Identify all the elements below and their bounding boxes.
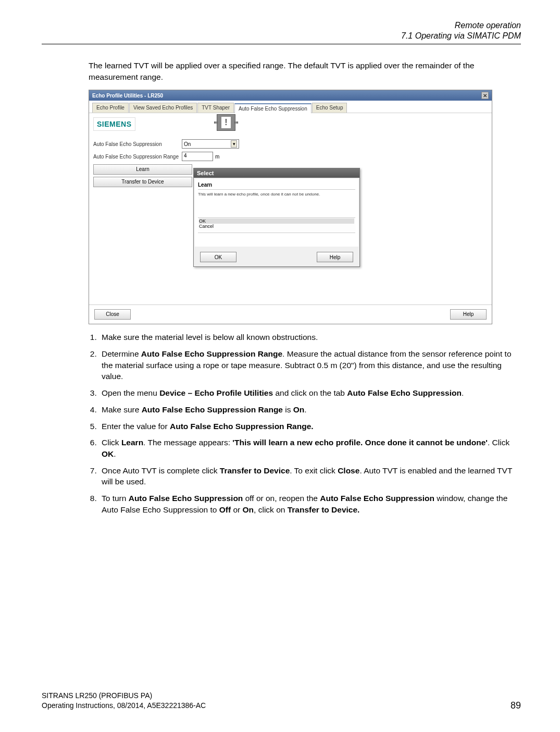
- dialog-options: OK Cancel: [198, 217, 355, 233]
- echo-profile-window: Echo Profile Utilities - LR250 ✕ Echo Pr…: [89, 90, 492, 324]
- afes-value: On: [184, 141, 191, 147]
- dialog-option-ok[interactable]: OK: [199, 218, 354, 224]
- learn-button[interactable]: Learn: [93, 164, 192, 175]
- header-divider: [42, 44, 521, 44]
- tab-echo-profile[interactable]: Echo Profile: [92, 103, 129, 113]
- page-number: 89: [511, 700, 521, 711]
- window-footer: Close Help: [89, 304, 492, 324]
- step-3: Open the menu Device – Echo Profile Util…: [99, 387, 521, 399]
- dialog-button-row: OK Help: [194, 248, 359, 266]
- dialog-option-cancel[interactable]: Cancel: [199, 224, 354, 229]
- select-dialog: Select Learn This will learn a new echo …: [193, 168, 360, 267]
- footer-help-button[interactable]: Help: [450, 309, 487, 320]
- footer-close-button[interactable]: Close: [94, 309, 131, 320]
- afes-dropdown[interactable]: On ▾: [182, 139, 239, 149]
- page-footer: SITRANS LR250 (PROFIBUS PA) Operating In…: [42, 691, 521, 711]
- dialog-subtitle: Learn: [198, 182, 355, 190]
- chevron-down-icon[interactable]: ▾: [231, 140, 237, 148]
- footer-line2: Operating Instructions, 08/2014, A5E3222…: [42, 701, 206, 711]
- siemens-logo: SIEMENS: [93, 117, 135, 131]
- range-unit: m: [215, 154, 219, 160]
- warning-icon: !: [217, 114, 235, 131]
- range-label: Auto False Echo Suppression Range: [93, 154, 182, 160]
- dialog-message: This will learn a new echo profile, once…: [198, 190, 355, 197]
- dialog-ok-button[interactable]: OK: [200, 252, 237, 262]
- step-6: Click Learn. The message appears: 'This …: [99, 437, 521, 459]
- header-subtitle: 7.1 Operating via SIMATIC PDM: [42, 31, 521, 41]
- step-4: Make sure Auto False Echo Suppression Ra…: [99, 404, 521, 416]
- header-title: Remote operation: [42, 21, 521, 30]
- tab-afes[interactable]: Auto False Echo Suppression: [234, 103, 312, 113]
- footer-line1: SITRANS LR250 (PROFIBUS PA): [42, 691, 206, 701]
- window-title-bar: Echo Profile Utilities - LR250 ✕: [89, 90, 492, 101]
- window-body: SIEMENS ! Auto False Echo Suppression On…: [89, 113, 492, 304]
- range-input[interactable]: 4: [182, 152, 213, 161]
- tabs-row: Echo Profile View Saved Echo Profiles TV…: [89, 101, 492, 113]
- afes-label: Auto False Echo Suppression: [93, 141, 182, 147]
- tab-tvt-shaper[interactable]: TVT Shaper: [197, 103, 234, 113]
- step-7: Once Auto TVT is complete click Transfer…: [99, 465, 521, 487]
- intro-paragraph: The learned TVT will be applied over a s…: [89, 60, 521, 82]
- tab-view-saved[interactable]: View Saved Echo Profiles: [129, 103, 197, 113]
- dialog-body: Learn This will learn a new echo profile…: [195, 179, 358, 247]
- step-5: Enter the value for Auto False Echo Supp…: [99, 421, 521, 432]
- dialog-title: Select: [194, 168, 359, 178]
- step-8: To turn Auto False Echo Suppression off …: [99, 493, 521, 515]
- close-icon[interactable]: ✕: [481, 92, 489, 99]
- step-1: Make sure the material level is below al…: [99, 332, 521, 343]
- tab-echo-setup[interactable]: Echo Setup: [312, 103, 347, 113]
- transfer-button[interactable]: Transfer to Device: [93, 177, 192, 187]
- window-title: Echo Profile Utilities - LR250: [92, 93, 163, 99]
- steps-list: Make sure the material level is below al…: [89, 332, 521, 515]
- step-2: Determine Auto False Echo Suppression Ra…: [99, 348, 521, 382]
- dialog-help-button[interactable]: Help: [317, 252, 353, 262]
